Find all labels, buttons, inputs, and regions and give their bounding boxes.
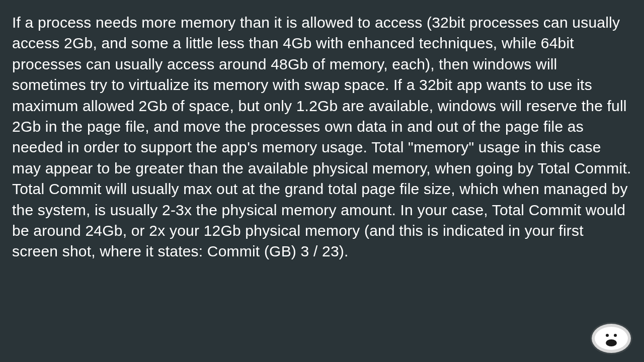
explanation-paragraph: If a process needs more memory than it i… (12, 12, 632, 262)
cartoon-face-icon (595, 327, 628, 350)
avatar-badge (592, 324, 631, 353)
